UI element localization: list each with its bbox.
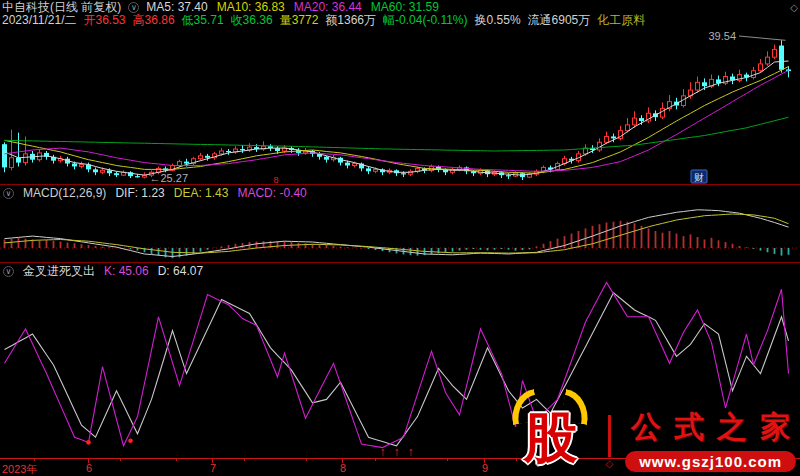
axis-minor-tick — [375, 459, 376, 461]
buy-signal-arrow-icon: ↑ — [380, 445, 386, 458]
axis-minor-tick — [120, 459, 121, 461]
quote-item: 低35.71 — [182, 14, 224, 27]
macd-header-values: MACD(12,26,9)DIF: 1.23DEA: 1.43MACD: -0.… — [23, 187, 307, 200]
axis-month-label: 8 — [340, 462, 346, 474]
axis-minor-tick — [176, 459, 177, 461]
macd-header-item: DIF: 1.23 — [115, 187, 164, 200]
high-price-label: 39.54 — [708, 30, 736, 42]
buy-signal-arrow-icon: ↑ — [408, 445, 414, 458]
quote-item: 收36.36 — [231, 14, 273, 27]
axis-minor-tick — [34, 459, 35, 461]
collapse-kd-icon[interactable]: ∨ — [3, 266, 14, 277]
quote-item: 高36.86 — [133, 14, 175, 27]
macd-header-item: MACD: -0.40 — [237, 187, 306, 200]
bull-gu-character: 股 — [523, 402, 577, 475]
candlestick-chart[interactable]: ←25.2739.548财 — [0, 28, 800, 185]
quote-info-line: 2023/11/21/二开36.53高36.86低35.71收36.36量377… — [2, 14, 798, 27]
buy-signal-dot — [128, 438, 133, 443]
axis-minor-tick — [244, 459, 245, 461]
axis-month-label: 6 — [86, 462, 92, 474]
quote-item: 幅-0.04(-0.11%) — [383, 14, 467, 27]
macd-header-item: MACD(12,26,9) — [23, 187, 106, 200]
axis-year-label: 2023年 — [2, 462, 37, 476]
macd-header: ∨ MACD(12,26,9)DIF: 1.23DEA: 1.43MACD: -… — [3, 187, 307, 200]
separator-line — [608, 415, 611, 457]
quote-item: 化工原料 — [597, 14, 645, 27]
quote-item: 量3772 — [280, 14, 319, 27]
logo-separator: ◇ — [605, 415, 613, 468]
quote-item: 换0.55% — [475, 14, 521, 27]
stock-chart-window: 中自科技(日线 前复权) ∨ MA5: 37.40MA10: 36.83MA20… — [0, 0, 800, 476]
kd-header-item: D: 64.07 — [158, 265, 203, 278]
quote-item: 开36.53 — [84, 14, 126, 27]
quote-item: 流通6905万 — [528, 14, 591, 27]
buy-signal-dot — [86, 440, 91, 445]
axis-minor-tick — [447, 459, 448, 461]
buy-signal-arrow-icon: ↑ — [394, 445, 400, 458]
collapse-main-chart-icon[interactable]: ∨ — [128, 2, 139, 13]
quote-item: 2023/11/21/二 — [2, 14, 77, 27]
bull-logo-icon: 股 — [507, 390, 593, 474]
kd-header-item: 金叉进死叉出 — [23, 265, 95, 278]
event-marker: 8 — [273, 175, 278, 185]
watermark-site-name: 公式之家 — [631, 407, 800, 448]
kd-header-item: K: 45.06 — [104, 265, 149, 278]
quote-item: 额1366万 — [325, 14, 376, 27]
watermark-site-url: www.gszj100.com — [625, 451, 796, 472]
main-chart-panel: ←25.2739.548财 — [0, 28, 800, 185]
separator-diamond-icon: ◇ — [605, 459, 613, 468]
low-price-label: ←25.27 — [150, 172, 189, 184]
kd-header: ∨ 金叉进死叉出K: 45.06D: 64.07 — [3, 265, 203, 278]
kd-header-values: 金叉进死叉出K: 45.06D: 64.07 — [23, 265, 203, 278]
macd-header-item: DEA: 1.43 — [174, 187, 229, 200]
macd-panel: ∨ MACD(12,26,9)DIF: 1.23DEA: 1.43MACD: -… — [0, 185, 800, 263]
financial-report-marker: 财 — [694, 172, 704, 183]
collapse-macd-icon[interactable]: ∨ — [3, 188, 14, 199]
axis-month-label: 7 — [210, 462, 216, 474]
watermark-logo: 股 ◇ 公式之家 www.gszj100.com — [507, 390, 796, 474]
axis-month-label: 9 — [482, 462, 488, 474]
corner-diamond-icon[interactable]: ◇ — [790, 1, 798, 14]
chart-header: 中自科技(日线 前复权) ∨ MA5: 37.40MA10: 36.83MA20… — [0, 0, 800, 28]
axis-minor-tick — [306, 459, 307, 461]
